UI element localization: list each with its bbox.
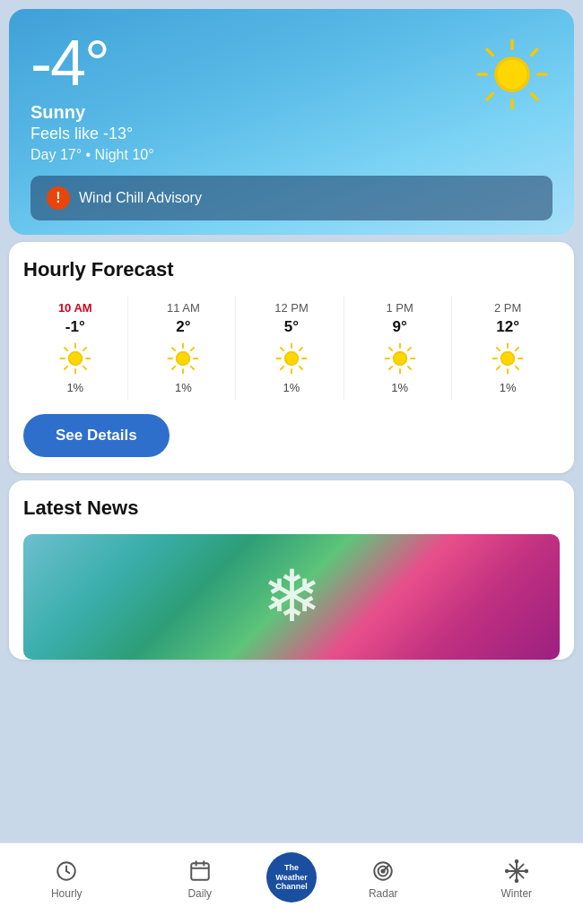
nav-item-winter[interactable]: Winter (450, 859, 584, 900)
temperature: -4° (30, 30, 154, 95)
nav-item-hourly[interactable]: Hourly (0, 859, 134, 900)
hour-temp-2: 5° (284, 318, 299, 336)
svg-line-35 (300, 367, 302, 369)
svg-rect-63 (191, 863, 209, 879)
hour-label-1: 11 AM (167, 301, 200, 315)
hour-temp-4: 12° (496, 318, 519, 336)
svg-line-25 (191, 367, 194, 369)
svg-point-77 (506, 870, 509, 873)
hour-precip-2: 1% (283, 381, 300, 394)
svg-line-4 (487, 49, 492, 55)
svg-line-24 (172, 348, 175, 350)
svg-line-17 (65, 367, 67, 369)
advisory-icon: ! (47, 186, 70, 210)
radar-icon (370, 859, 396, 884)
temperature-section: -4° Sunny Feels like -13° Day 17° • Nigh… (30, 30, 154, 163)
svg-line-5 (532, 94, 537, 99)
bottom-navigation: Hourly Daily The Weather Channel The Wea… (0, 842, 583, 924)
svg-point-9 (498, 60, 526, 89)
hour-col-1: 11 AM 2° 1% (132, 296, 237, 400)
advisory-text: Wind Chill Advisory (79, 190, 202, 206)
hourly-row: 10 AM -1° 1% 11 AM 2° (23, 296, 560, 400)
hour-temp-3: 9° (392, 318, 406, 336)
hour-label-0: 10 AM (58, 301, 92, 315)
latest-news-card: Latest News ❄ (9, 480, 574, 660)
nav-label-winter: Winter (500, 887, 532, 900)
hour-col-3: 1 PM 9° 1% (348, 296, 453, 400)
hour-sun-icon-1 (166, 341, 200, 376)
svg-line-7 (487, 94, 492, 99)
sun-icon (472, 34, 553, 118)
svg-point-19 (69, 353, 81, 365)
hour-label-3: 1 PM (386, 301, 413, 315)
svg-line-47 (389, 367, 392, 369)
weather-condition: Sunny (30, 102, 154, 123)
svg-point-39 (286, 353, 298, 365)
nav-item-radar[interactable]: Radar (317, 859, 450, 900)
hour-sun-icon-3 (383, 341, 417, 376)
snowflake-icon: ❄ (262, 561, 322, 633)
see-details-button[interactable]: See Details (23, 414, 170, 457)
news-title: Latest News (23, 497, 560, 520)
svg-point-29 (178, 353, 189, 365)
svg-line-34 (281, 348, 283, 350)
hour-temp-0: -1° (65, 318, 85, 336)
svg-point-59 (502, 353, 514, 365)
advisory-bar[interactable]: ! Wind Chill Advisory (30, 176, 553, 220)
svg-line-26 (191, 348, 194, 350)
svg-point-78 (525, 870, 527, 873)
hour-sun-icon-2 (274, 341, 309, 376)
day-night-temps: Day 17° • Night 10° (30, 147, 154, 163)
svg-line-44 (389, 348, 392, 350)
svg-point-75 (515, 860, 518, 863)
hour-sun-icon-0 (58, 341, 92, 376)
svg-line-45 (407, 367, 410, 369)
hour-sun-icon-4 (491, 341, 525, 376)
weather-hero-card: -4° Sunny Feels like -13° Day 17° • Nigh… (9, 9, 574, 235)
feels-like: Feels like -13° (30, 125, 154, 143)
nav-item-weather-channel[interactable]: The Weather Channel The Weather Channel (266, 852, 317, 906)
news-image[interactable]: ❄ (23, 534, 560, 660)
svg-line-15 (83, 367, 86, 369)
svg-line-27 (172, 367, 175, 369)
calendar-icon (187, 859, 213, 884)
hour-col-4: 2 PM 12° 1% (456, 296, 560, 400)
hour-col-0: 10 AM -1° 1% (23, 296, 128, 400)
weather-channel-logo: The Weather Channel (266, 852, 317, 902)
hour-label-4: 2 PM (494, 301, 521, 315)
hour-col-2: 12 PM 5° 1% (239, 296, 344, 400)
nav-label-hourly: Hourly (51, 887, 83, 900)
hour-label-2: 12 PM (274, 301, 309, 315)
hour-precip-3: 1% (391, 381, 408, 394)
svg-line-36 (300, 348, 302, 350)
hour-precip-0: 1% (66, 381, 83, 394)
nav-label-daily: Daily (187, 887, 212, 900)
hour-precip-4: 1% (500, 381, 517, 394)
svg-line-46 (407, 348, 410, 350)
nav-label-radar: Radar (369, 887, 398, 900)
svg-line-62 (66, 871, 69, 873)
hourly-forecast-card: Hourly Forecast 10 AM -1° 1% (9, 242, 574, 473)
hour-precip-1: 1% (175, 381, 192, 394)
svg-line-16 (83, 348, 86, 350)
svg-point-76 (515, 880, 518, 883)
svg-line-54 (497, 348, 500, 350)
hourly-title: Hourly Forecast (23, 258, 560, 281)
nav-item-daily[interactable]: Daily (134, 859, 267, 900)
svg-line-57 (497, 367, 500, 369)
hour-temp-1: 2° (176, 318, 190, 336)
svg-point-49 (394, 353, 405, 365)
svg-line-37 (281, 367, 283, 369)
svg-line-6 (532, 49, 537, 55)
clock-icon (54, 859, 79, 884)
svg-line-56 (516, 348, 518, 350)
svg-line-55 (516, 367, 518, 369)
snowflake-nav-icon (504, 859, 529, 884)
svg-line-14 (65, 348, 67, 350)
